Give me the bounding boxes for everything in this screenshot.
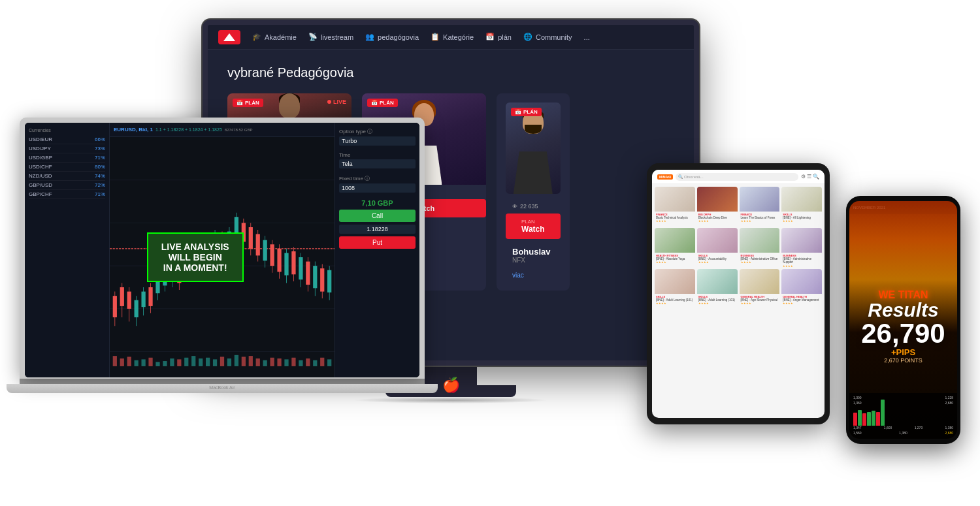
call-button[interactable]: Call <box>339 210 416 222</box>
tablet-cell-img-7 <box>740 228 780 253</box>
tablet-search[interactable]: 🔍 Otvorená... <box>676 173 798 181</box>
apple-logo: 🍎 <box>441 375 461 395</box>
phone-number: 26,790 <box>861 320 945 347</box>
tablet-cell-8: BUSINESS [BNE] - Administrative Support … <box>781 228 822 267</box>
tablet-cell-text-1: FINANCE Basic Technical Analysis ★★★★ <box>655 212 695 224</box>
tablet-cell-img-3 <box>740 187 780 212</box>
tablet-logo: MIMAKI <box>657 174 673 180</box>
trade-turbo-section: Option type ⓘ Turbo <box>339 128 416 146</box>
chart-container: Currencies USD/EUR66% USD/JPY73% USD/GBP… <box>25 123 419 377</box>
currency-row-3: USD/GBP71% <box>29 153 105 163</box>
svg-rect-73 <box>141 359 145 366</box>
phone-wrapper: NOVEMBER 2021 WE TITAN Results 26,790 +P… <box>846 196 960 444</box>
tablet-cell-img-4 <box>781 187 822 212</box>
svg-marker-0 <box>223 33 235 41</box>
svg-rect-76 <box>163 361 167 366</box>
trade-time-section: Time Tela <box>339 152 416 168</box>
profit-value: 7,10 GBP <box>339 199 416 207</box>
nav-item-pedagogovia[interactable]: 👥 pedagógovia <box>365 33 419 41</box>
viac-link-3[interactable]: viac <box>506 269 561 281</box>
svg-rect-97 <box>313 360 317 366</box>
svg-rect-46 <box>249 227 253 249</box>
tablet-cell-12: GENERAL HEALTH [BNE] - Anger Management … <box>781 269 822 308</box>
wow-logo[interactable] <box>218 30 240 44</box>
phone-bar-7 <box>881 400 885 426</box>
svg-rect-82 <box>206 358 210 366</box>
currency-row-5: NZD/USD74% <box>29 172 105 181</box>
points-text: 2,670 POINTS <box>861 357 945 364</box>
tablet-course-grid: FINANCE Basic Technical Analysis ★★★★ BI… <box>652 184 825 311</box>
currency-row-7: GBP/CHF71% <box>29 190 105 199</box>
tablet-cell-img-5 <box>655 228 695 253</box>
livestream-icon: 📡 <box>308 33 318 41</box>
phone-bar-3 <box>862 413 866 426</box>
tablet-cell-2: BIG DRPH Blockchain Deep Dive ★★★★ <box>697 187 738 226</box>
svg-rect-89 <box>256 358 260 366</box>
nav-item-kategorie[interactable]: 📋 Kategórie <box>431 33 474 41</box>
svg-rect-86 <box>235 355 238 366</box>
phone-chart-header: 1,3001,228 <box>853 396 953 400</box>
nav-item-more[interactable]: ... <box>584 33 590 41</box>
tablet-wrapper: MIMAKI 🔍 Otvorená... ⚙ ☰ 🔍 FINANCE Basic… <box>647 163 830 424</box>
currency-row-6: GBP/USD72% <box>29 181 105 190</box>
overlay-line3: IN A MOMENT! <box>161 262 229 273</box>
tablet-cell-text-5: HEALTH FITNESS [BNE] - Absolute Yoga ★★★… <box>655 253 695 265</box>
svg-rect-16 <box>141 292 145 308</box>
svg-rect-56 <box>284 253 288 275</box>
svg-rect-64 <box>313 266 317 288</box>
svg-rect-91 <box>270 358 274 366</box>
laptop-base <box>7 384 438 393</box>
ped-info-3: Bohuslav NFX <box>506 244 561 269</box>
pips-text: +PIPS <box>861 347 945 357</box>
nav-item-livestream[interactable]: 📡 livestream <box>308 33 353 41</box>
tablet-cell-text-3: FINANCE Learn The Basics of Forex ★★★★ <box>740 212 780 224</box>
svg-rect-81 <box>199 358 203 366</box>
svg-rect-85 <box>227 358 231 366</box>
svg-rect-42 <box>235 217 238 234</box>
svg-rect-77 <box>170 358 174 366</box>
nav-item-akademie[interactable]: 🎓 Akadémie <box>252 33 297 41</box>
svg-rect-58 <box>291 251 295 274</box>
tablet-cell-text-10: SKILLS [BNE] - Adult Learning (101) ★★★★ <box>697 294 738 306</box>
put-button[interactable]: Put <box>339 236 416 249</box>
svg-rect-50 <box>263 240 267 261</box>
ped-stats-3: 👁 22 635 <box>506 199 561 213</box>
nav-item-community[interactable]: 🌐 Community <box>523 33 572 41</box>
live-badge-1: LIVE <box>327 99 346 105</box>
monitor-navbar: 🎓 Akadémie 📡 livestream 👥 pedagógovia 📋 … <box>208 25 694 50</box>
tablet-cell-img-1 <box>655 187 695 212</box>
overlay-line1: LIVE ANALYSIS <box>161 242 229 252</box>
pedagogovia-icon: 👥 <box>365 33 374 41</box>
svg-rect-78 <box>177 359 181 366</box>
svg-rect-70 <box>120 358 124 366</box>
svg-rect-90 <box>263 360 267 366</box>
tablet-cell-text-4: SKILLS [BNE] - All Lightening ★★★★ <box>781 212 822 224</box>
chart-pair: EURUSD, Bid, 1 <box>114 127 153 133</box>
tablet-cell-text-6: SKILLS [BNE] - Accountability ★★★★ <box>697 253 738 265</box>
svg-rect-10 <box>120 287 124 306</box>
ped-card-3-img: 📅 PLÁN <box>506 103 561 194</box>
svg-rect-87 <box>242 356 246 366</box>
nav-item-plan[interactable]: 📅 plán <box>485 33 512 41</box>
phone-chart-values: 1,3471,6001,2701,380 <box>853 426 953 430</box>
chart-sidebar-left: Currencies USD/EUR66% USD/JPY73% USD/GBP… <box>25 123 110 377</box>
akademie-icon: 🎓 <box>252 33 261 41</box>
tablet-screen: MIMAKI 🔍 Otvorená... ⚙ ☰ 🔍 FINANCE Basic… <box>652 170 825 418</box>
phone-bars <box>853 406 953 426</box>
tablet-cell-text-11: GENERAL HEALTH [BNE] - Age Slower Physic… <box>740 294 780 306</box>
svg-rect-12 <box>127 292 131 309</box>
tablet-cell-text-2: BIG DRPH Blockchain Deep Dive ★★★★ <box>697 212 738 224</box>
plan-watch-button[interactable]: PLAN Watch <box>506 213 561 239</box>
overlay-line2: WILL BEGIN <box>161 252 229 262</box>
chart-price: 1.1 + 1.18228 + 1.1824 + 1.1825 <box>155 127 222 132</box>
section-title: vybrané Pedagógovia <box>227 65 674 80</box>
phone-bar-6 <box>876 412 880 426</box>
currency-row-1: USD/EUR66% <box>29 135 105 144</box>
svg-rect-99 <box>327 359 331 366</box>
candlestick-chart: LIVE ANALYSIS WILL BEGIN IN A MOMENT! <box>110 137 335 377</box>
chart-sidebar-right: Option type ⓘ Turbo Time Tela Fixed time… <box>335 123 419 377</box>
tablet-cell-img-9 <box>655 269 695 294</box>
tablet-cell-text-9: SKILLS [BNE] - Adult Learning (101) ★★★★ <box>655 294 695 306</box>
svg-rect-8 <box>113 296 117 317</box>
tablet-cell-img-12 <box>781 269 822 294</box>
